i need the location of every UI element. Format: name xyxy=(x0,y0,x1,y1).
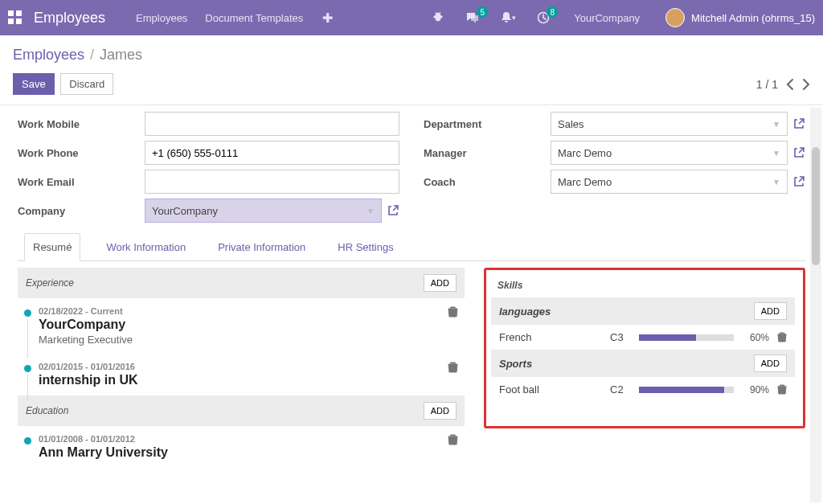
item-subtitle: Marketing Executive xyxy=(39,334,440,346)
item-dates: 02/01/2015 - 01/01/2016 xyxy=(39,362,440,371)
section-header-experience: Experience ADD xyxy=(18,268,465,298)
chevron-down-icon: ▼ xyxy=(772,149,780,158)
breadcrumb: Employees / James xyxy=(13,47,810,64)
breadcrumb-current: James xyxy=(100,47,142,63)
skills-title: Skills xyxy=(491,275,798,297)
skills-group-label: Sports xyxy=(499,358,532,370)
department-select[interactable]: Sales ▼ xyxy=(551,112,788,136)
company-select[interactable]: YourCompany ▼ xyxy=(145,199,382,223)
manager-value: Marc Demo xyxy=(558,147,612,159)
nav-link-employees[interactable]: Employees xyxy=(133,7,190,29)
label-work-phone: Work Phone xyxy=(18,147,145,159)
tab-private-information[interactable]: Private Information xyxy=(211,233,312,261)
label-department: Department xyxy=(424,118,551,130)
tab-body: Experience ADD 02/18/2022 - Current Your… xyxy=(18,261,805,477)
debug-icon[interactable] xyxy=(427,11,449,24)
form-fields: Work Mobile Work Phone Work Email Compan… xyxy=(18,112,805,227)
action-buttons: Save Discard xyxy=(13,73,113,95)
delete-item-button[interactable] xyxy=(448,434,458,445)
main-content: Work Mobile Work Phone Work Email Compan… xyxy=(0,105,823,504)
department-external-link[interactable] xyxy=(792,117,805,130)
coach-select[interactable]: Marc Demo ▼ xyxy=(551,170,788,194)
user-menu[interactable]: Mitchell Admin (ohrms_15) xyxy=(659,8,815,27)
save-button[interactable]: Save xyxy=(13,73,55,95)
avatar xyxy=(665,8,685,27)
resume-column: Experience ADD 02/18/2022 - Current Your… xyxy=(18,268,468,477)
label-manager: Manager xyxy=(424,147,551,159)
delete-item-button[interactable] xyxy=(448,306,458,318)
tab-hr-settings[interactable]: HR Settings xyxy=(331,233,399,261)
label-coach: Coach xyxy=(424,176,551,188)
work-mobile-input[interactable] xyxy=(145,112,399,136)
discuss-icon[interactable]: 5 xyxy=(461,11,485,24)
skill-level: C3 xyxy=(610,331,631,343)
delete-skill-button[interactable] xyxy=(777,384,788,395)
scrollbar-thumb[interactable] xyxy=(812,147,820,265)
label-work-email: Work Email xyxy=(18,176,145,188)
section-header-education: Education ADD xyxy=(18,395,465,426)
svg-rect-3 xyxy=(16,18,22,24)
company-external-link[interactable] xyxy=(387,204,399,217)
svg-rect-1 xyxy=(16,10,22,16)
tabs: Resumé Work Information Private Informat… xyxy=(18,232,805,261)
control-panel: Employees / James Save Discard 1 / 1 xyxy=(0,35,823,105)
skills-group-header-languages: languages ADD xyxy=(491,297,795,325)
item-title: YourCompany xyxy=(39,318,440,332)
add-education-button[interactable]: ADD xyxy=(424,402,457,420)
pager-next[interactable] xyxy=(802,78,810,91)
item-dates: 02/18/2022 - Current xyxy=(39,306,440,316)
manager-external-link[interactable] xyxy=(792,146,805,159)
skills-scroll[interactable]: languages ADD French C3 60% Sports ADD xyxy=(491,297,798,416)
plus-menu[interactable]: ✚ xyxy=(317,10,338,26)
skill-row: Foot ball C2 90% xyxy=(491,377,795,402)
skills-group-header-sports: Sports ADD xyxy=(491,350,795,377)
coach-external-link[interactable] xyxy=(792,175,805,188)
skill-percent: 60% xyxy=(742,332,769,343)
activities-icon[interactable]: 8 xyxy=(532,11,555,24)
app-title: Employees xyxy=(34,10,105,27)
activities-badge: 8 xyxy=(547,6,558,18)
tab-work-information[interactable]: Work Information xyxy=(100,233,192,261)
skill-name: Foot ball xyxy=(499,383,602,395)
department-value: Sales xyxy=(558,118,584,130)
timeline-item: 02/01/2015 - 01/01/2016 internship in UK xyxy=(18,354,465,395)
tab-resume[interactable]: Resumé xyxy=(24,233,80,261)
pager: 1 / 1 xyxy=(756,78,810,91)
delete-skill-button[interactable] xyxy=(777,332,788,342)
breadcrumb-root[interactable]: Employees xyxy=(13,47,84,63)
skills-panel: Skills languages ADD French C3 60% xyxy=(484,268,805,428)
page-scrollbar[interactable] xyxy=(810,108,821,502)
add-language-button[interactable]: ADD xyxy=(754,302,787,320)
skill-percent: 90% xyxy=(742,384,769,395)
item-dates: 01/01/2008 - 01/01/2012 xyxy=(39,434,440,444)
label-work-mobile: Work Mobile xyxy=(18,118,145,130)
add-experience-button[interactable]: ADD xyxy=(424,274,457,292)
skill-progress xyxy=(639,334,734,341)
pager-prev[interactable] xyxy=(786,78,794,91)
nav-link-document-templates[interactable]: Document Templates xyxy=(202,7,306,29)
company-switcher[interactable]: YourCompany xyxy=(566,12,648,24)
timeline-item: 01/01/2008 - 01/01/2012 Ann Marry Univer… xyxy=(18,426,465,468)
apps-icon[interactable] xyxy=(8,10,23,25)
work-email-input[interactable] xyxy=(145,170,399,194)
timeline-item: 02/18/2022 - Current YourCompany Marketi… xyxy=(18,298,465,354)
section-title: Education xyxy=(26,405,68,416)
discard-button[interactable]: Discard xyxy=(60,73,113,95)
chevron-down-icon: ▼ xyxy=(772,120,780,129)
skills-group-label: languages xyxy=(499,305,551,318)
skill-level: C2 xyxy=(610,383,631,395)
svg-rect-2 xyxy=(8,18,14,24)
work-phone-input[interactable] xyxy=(145,141,399,165)
skill-row: French C3 60% xyxy=(491,325,795,350)
skill-progress xyxy=(639,387,734,393)
delete-item-button[interactable] xyxy=(448,362,458,373)
add-sport-button[interactable]: ADD xyxy=(754,354,787,372)
bullet-icon xyxy=(24,437,31,445)
item-title: Ann Marry University xyxy=(39,445,440,460)
item-title: internship in UK xyxy=(39,373,440,387)
bell-icon[interactable]: ▾ xyxy=(496,11,521,24)
resume-scroll[interactable]: Experience ADD 02/18/2022 - Current Your… xyxy=(18,268,468,477)
manager-select[interactable]: Marc Demo ▼ xyxy=(551,141,788,165)
bullet-icon xyxy=(24,365,31,372)
top-nav: Employees Employees Document Templates ✚… xyxy=(0,0,823,35)
